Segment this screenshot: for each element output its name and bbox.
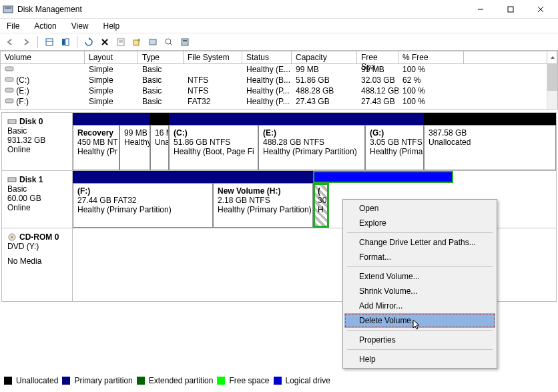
col-capacity[interactable]: Capacity <box>292 51 357 63</box>
tool-5[interactable] <box>162 35 176 49</box>
menu-extend[interactable]: Extend Volume... <box>344 269 495 284</box>
svg-rect-25 <box>5 99 13 103</box>
menu-properties[interactable]: Properties <box>344 333 495 347</box>
col-layout[interactable]: Layout <box>85 51 138 63</box>
tool-3[interactable] <box>129 35 144 49</box>
tool-4[interactable] <box>146 35 160 49</box>
disk-0-info[interactable]: Disk 0 Basic 931.32 GB Online <box>2 113 73 170</box>
partition[interactable]: (E:)488.28 GB NTFSHealthy (Primary Parti… <box>258 125 365 170</box>
close-button[interactable] <box>525 0 555 19</box>
svg-point-18 <box>166 39 171 44</box>
col-free[interactable]: Free Spa... <box>357 51 398 63</box>
menu-view[interactable]: View <box>69 20 91 32</box>
toolbar <box>0 33 558 51</box>
cdrom-info[interactable]: CD-ROM 0 DVD (Y:) No Media <box>2 228 73 301</box>
col-type[interactable]: Type <box>138 51 184 63</box>
svg-rect-26 <box>8 120 16 124</box>
menu-explore[interactable]: Explore <box>344 216 495 230</box>
partition[interactable]: (F:)27.44 GB FAT32Healthy (Primary Parti… <box>73 183 213 228</box>
title-bar: Disk Management <box>0 0 558 19</box>
menu-mirror[interactable]: Add Mirror... <box>344 299 495 313</box>
svg-point-29 <box>11 236 13 238</box>
window-title: Disk Management <box>17 5 465 14</box>
menu-bar: File Action View Help <box>0 19 558 33</box>
app-icon <box>3 4 13 15</box>
legend: Unallocated Primary partition Extended p… <box>4 376 330 385</box>
col-status[interactable]: Status <box>242 51 292 63</box>
menu-open[interactable]: Open <box>344 201 495 216</box>
svg-rect-17 <box>150 39 156 45</box>
scroll-up-button[interactable] <box>547 51 557 63</box>
menu-format[interactable]: Format... <box>344 250 495 264</box>
svg-rect-3 <box>508 7 513 12</box>
back-button[interactable] <box>3 35 17 49</box>
maximize-button[interactable] <box>495 0 525 19</box>
svg-rect-21 <box>183 40 187 41</box>
col-pct[interactable]: % Free <box>398 51 464 63</box>
tool-2[interactable] <box>58 35 73 49</box>
volume-list: SimpleBasicHealthy (E...99 MB99 MB100 % … <box>0 64 558 110</box>
partition[interactable]: 99 MBHealthy <box>119 125 150 170</box>
svg-line-19 <box>170 43 172 45</box>
menu-help[interactable]: Help <box>344 352 495 367</box>
col-filesystem[interactable]: File System <box>184 51 242 63</box>
context-menu: Open Explore Change Drive Letter and Pat… <box>342 199 497 369</box>
minimize-button[interactable] <box>465 0 495 19</box>
partition-selected[interactable]: (30H <box>313 183 329 228</box>
partition[interactable]: 387.58 GBUnallocated <box>424 125 556 170</box>
tool-1[interactable] <box>42 35 57 49</box>
svg-rect-8 <box>62 39 65 45</box>
delete-icon[interactable] <box>97 35 112 49</box>
svg-rect-6 <box>46 39 53 45</box>
disk-0-row: Disk 0 Basic 931.32 GB Online Recovery45… <box>2 113 556 170</box>
volume-list-header: Volume Layout Type File System Status Ca… <box>0 51 558 64</box>
svg-rect-24 <box>5 88 13 92</box>
properties-icon[interactable] <box>113 35 128 49</box>
list-scrollbar[interactable] <box>547 64 557 109</box>
menu-action[interactable]: Action <box>31 20 59 32</box>
svg-rect-0 <box>3 6 13 13</box>
menu-delete-volume[interactable]: Delete Volume... <box>344 313 495 328</box>
svg-rect-23 <box>5 77 13 81</box>
volume-row[interactable]: (E:)SimpleBasicNTFSHealthy (P...488.28 G… <box>1 85 547 96</box>
svg-rect-9 <box>65 39 69 45</box>
disk-1-info[interactable]: Disk 1 Basic 60.00 GB Online <box>2 171 73 228</box>
partition[interactable]: Recovery450 MB NTHealthy (Pr <box>73 125 119 170</box>
tool-6[interactable] <box>178 35 192 49</box>
menu-help[interactable]: Help <box>101 20 123 32</box>
svg-rect-22 <box>5 67 13 71</box>
volume-row[interactable]: (F:)SimpleBasicFAT32Healthy (P...27.43 G… <box>1 96 547 107</box>
menu-file[interactable]: File <box>4 20 22 32</box>
svg-point-16 <box>137 39 140 41</box>
menu-shrink[interactable]: Shrink Volume... <box>344 284 495 299</box>
partition[interactable]: 16 MUna <box>150 125 169 170</box>
volume-row[interactable]: SimpleBasicHealthy (E...99 MB99 MB100 % <box>1 64 547 75</box>
volume-row[interactable]: (C:)SimpleBasicNTFSHealthy (B...51.86 GB… <box>1 75 547 85</box>
forward-button[interactable] <box>19 35 33 49</box>
svg-rect-27 <box>8 178 16 182</box>
menu-change-letter[interactable]: Change Drive Letter and Paths... <box>344 235 495 250</box>
partition[interactable]: New Volume (H:)2.18 GB NTFSHealthy (Prim… <box>213 183 313 228</box>
svg-rect-20 <box>182 39 188 45</box>
partition[interactable]: (C:)51.86 GB NTFSHealthy (Boot, Page Fi <box>169 125 258 170</box>
col-volume[interactable]: Volume <box>1 51 85 63</box>
svg-rect-1 <box>5 7 11 9</box>
refresh-button[interactable] <box>81 35 96 49</box>
partition[interactable]: (G:)3.05 GB NTFSHealthy (Primar <box>365 125 424 170</box>
